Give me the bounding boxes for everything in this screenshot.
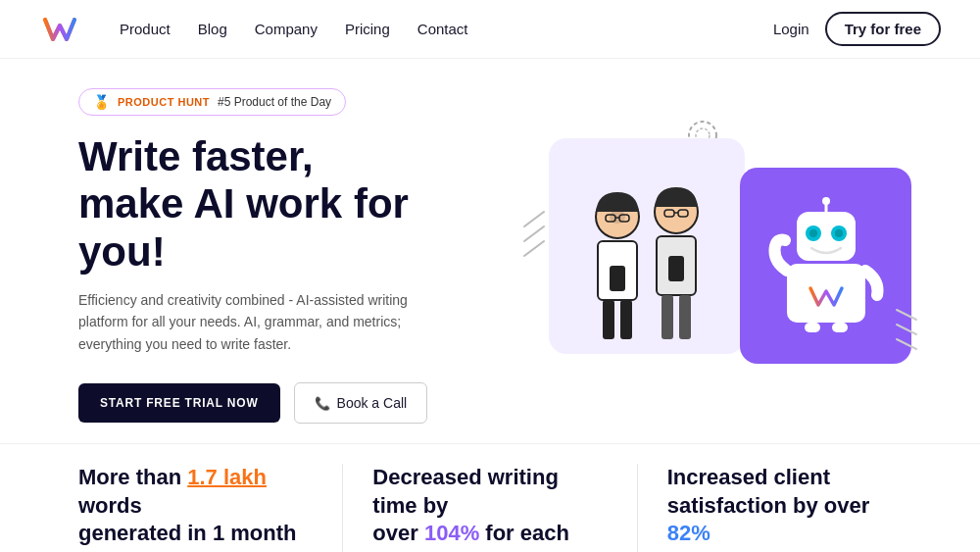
svg-point-28 — [822, 197, 830, 205]
svg-rect-11 — [610, 266, 625, 291]
stat-words-text: More than 1.7 lakh wordsgenerated in 1 m… — [78, 464, 313, 548]
nav-blog[interactable]: Blog — [198, 21, 227, 37]
stat-words: More than 1.7 lakh wordsgenerated in 1 m… — [78, 464, 313, 552]
svg-line-32 — [897, 310, 916, 320]
phone-icon: 📞 — [315, 396, 330, 411]
book-call-label: Book a Call — [337, 395, 408, 411]
stat-words-highlight: 1.7 lakh — [187, 465, 267, 489]
robot-illustration — [740, 168, 911, 364]
hero-title: Write faster, make AI work for you! — [78, 133, 490, 276]
deco-lines-right — [892, 305, 921, 359]
svg-line-34 — [897, 339, 916, 349]
svg-rect-21 — [679, 295, 691, 339]
svg-line-2 — [524, 241, 544, 256]
svg-line-33 — [897, 325, 916, 334]
svg-point-24 — [809, 229, 817, 237]
stat-satisfaction-text: Increased clientsatisfaction by over 82% — [667, 464, 902, 548]
stat-writing-highlight: 104% — [424, 521, 479, 545]
badge-label: PRODUCT HUNT — [118, 96, 210, 108]
stat-writing-text: Decreased writing time byover 104% for e… — [372, 464, 607, 552]
nav-contact[interactable]: Contact — [417, 21, 468, 37]
stats-section: More than 1.7 lakh wordsgenerated in 1 m… — [0, 443, 980, 552]
start-trial-button[interactable]: START FREE TRIAL NOW — [78, 383, 280, 423]
nav-right: Login Try for free — [773, 12, 941, 46]
svg-line-1 — [524, 226, 544, 241]
book-call-button[interactable]: 📞 Book a Call — [294, 382, 428, 424]
stat-writing: Decreased writing time byover 104% for e… — [372, 464, 607, 552]
hero-illustration — [490, 89, 941, 423]
badge-text: #5 Product of the Day — [218, 95, 331, 109]
hero-buttons: START FREE TRIAL NOW 📞 Book a Call — [78, 382, 490, 424]
svg-rect-12 — [603, 300, 614, 339]
stat-divider-1 — [342, 464, 343, 552]
logo[interactable] — [39, 12, 80, 47]
try-free-button[interactable]: Try for free — [825, 12, 941, 46]
svg-rect-20 — [662, 295, 673, 339]
svg-line-0 — [524, 212, 544, 226]
hero-description: Efficiency and creativity combined - AI-… — [78, 289, 431, 355]
login-button[interactable]: Login — [773, 21, 809, 37]
hero-content: 🏅 PRODUCT HUNT #5 Product of the Day Wri… — [78, 88, 490, 424]
nav-pricing[interactable]: Pricing — [345, 21, 390, 37]
svg-rect-13 — [620, 300, 632, 339]
medal-icon: 🏅 — [93, 94, 110, 110]
stat-divider-2 — [637, 464, 638, 552]
stat-satisfaction: Increased clientsatisfaction by over 82% — [667, 464, 902, 552]
product-hunt-badge: 🏅 PRODUCT HUNT #5 Product of the Day — [78, 88, 346, 116]
deco-lines-left — [519, 207, 549, 272]
hero-title-line2: make AI work for — [78, 180, 409, 226]
hero-title-line3: you! — [78, 228, 166, 275]
navbar: Product Blog Company Pricing Contact Log… — [0, 0, 980, 59]
svg-point-26 — [835, 229, 843, 237]
stat-satisfaction-highlight: 82% — [667, 521, 710, 545]
nav-company[interactable]: Company — [255, 21, 318, 37]
people-illustration — [549, 138, 745, 354]
nav-product[interactable]: Product — [120, 21, 171, 37]
nav-links: Product Blog Company Pricing Contact — [120, 21, 773, 37]
hero-title-line1: Write faster, — [78, 133, 314, 179]
svg-rect-30 — [805, 323, 820, 332]
svg-rect-19 — [668, 256, 684, 281]
svg-rect-31 — [832, 323, 848, 332]
hero-section: 🏅 PRODUCT HUNT #5 Product of the Day Wri… — [0, 59, 980, 443]
illustration-container — [510, 109, 921, 403]
